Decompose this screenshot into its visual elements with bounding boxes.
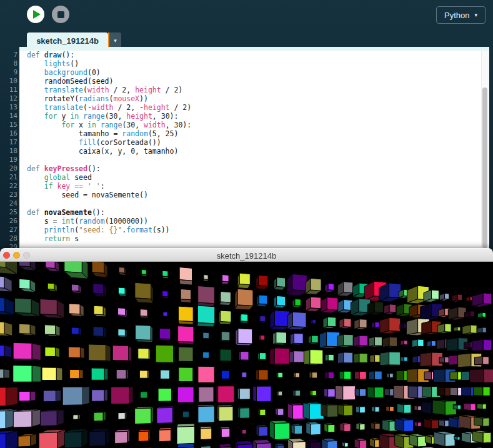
line-number: 8 — [0, 59, 17, 68]
mode-selector[interactable]: Python ▾ — [436, 6, 486, 24]
chevron-down-icon: ▾ — [474, 12, 477, 18]
code-line: translate(width / 2, height / 2) — [27, 86, 477, 94]
code-line: background(0) — [27, 68, 477, 77]
tab-label: sketch_191214b — [36, 36, 99, 46]
code-line: tamanho = random(5, 25) — [27, 129, 477, 138]
line-number: 25 — [0, 208, 17, 217]
code-line: randomSeed(seed) — [27, 77, 477, 86]
line-number: 28 — [0, 234, 17, 243]
chevron-down-icon: ▾ — [114, 37, 117, 44]
code-line: global seed — [27, 173, 477, 182]
code-line — [27, 199, 477, 208]
line-number: 21 — [0, 173, 17, 182]
line-number: 16 — [0, 129, 17, 138]
processing-ide-window: Python ▾ sketch_191214b ▾ 78910111213141… — [0, 0, 493, 448]
line-number: 27 — [0, 226, 17, 234]
code-line: def novaSemente(): — [27, 208, 477, 217]
line-number: 11 — [0, 86, 17, 94]
sketch-window: sketch_191214b — [0, 248, 493, 448]
code-line: return s — [27, 234, 477, 243]
stop-icon — [57, 11, 64, 18]
sketch-window-title: sketch_191214b — [0, 249, 493, 262]
code-line: s = int(random(1000000)) — [27, 217, 477, 226]
mode-label: Python — [444, 11, 469, 20]
line-number: 7 — [0, 51, 17, 59]
code-line: if key == ' ': — [27, 182, 477, 191]
editor-scrollbar-thumb[interactable] — [482, 87, 487, 248]
line-number: 22 — [0, 182, 17, 191]
code-line: for y in range(30, height, 30): — [27, 112, 477, 121]
line-number: 10 — [0, 77, 17, 86]
line-number: 9 — [0, 68, 17, 77]
line-number: 14 — [0, 112, 17, 121]
line-number: 12 — [0, 94, 17, 103]
code-lines[interactable]: def draw(): lights() background(0) rando… — [27, 51, 477, 252]
line-number: 26 — [0, 217, 17, 226]
code-line: caixa(x, y, 0, tamanho) — [27, 147, 477, 156]
play-icon — [33, 10, 41, 19]
stop-button[interactable] — [52, 6, 69, 23]
code-line — [27, 156, 477, 164]
line-number: 15 — [0, 121, 17, 129]
code-line: rotateY(radians(mouseX)) — [27, 94, 477, 103]
sketch-canvas[interactable] — [0, 262, 493, 448]
code-line: lights() — [27, 59, 477, 68]
code-line: translate(-width / 2, -height / 2) — [27, 103, 477, 112]
code-line: println("seed: {}".format(s)) — [27, 226, 477, 234]
sketch-titlebar[interactable]: sketch_191214b — [0, 248, 493, 262]
line-number: 19 — [0, 156, 17, 164]
line-number: 18 — [0, 147, 17, 156]
code-line: seed = novaSemente() — [27, 191, 477, 199]
run-button[interactable] — [27, 6, 44, 23]
code-line: for x in range(30, width, 30): — [27, 121, 477, 129]
line-number: 17 — [0, 138, 17, 147]
gutter: 7891011121314151617181920212223242526272… — [0, 51, 17, 252]
code-line: fill(corSorteada()) — [27, 138, 477, 147]
code-line: def keyPressed(): — [27, 164, 477, 173]
line-number: 23 — [0, 191, 17, 199]
toolbar: Python ▾ — [0, 0, 493, 30]
code-line: def draw(): — [27, 51, 477, 59]
line-number: 24 — [0, 199, 17, 208]
line-number: 13 — [0, 103, 17, 112]
line-number: 20 — [0, 164, 17, 173]
